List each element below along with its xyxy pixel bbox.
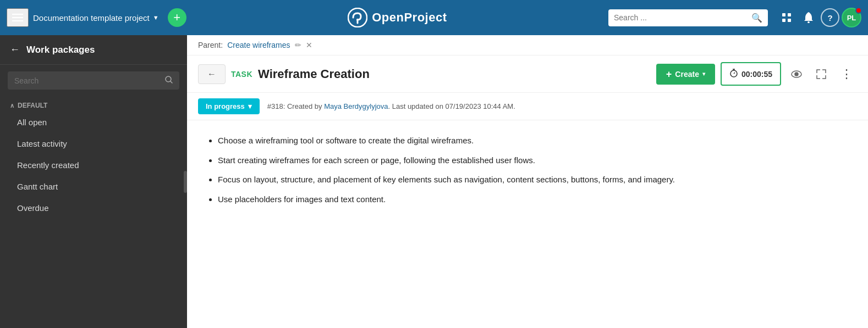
sidebar-section-chevron-icon: ∧ [10,102,14,109]
task-type-badge: TASK [231,70,252,79]
plus-icon: + [173,10,180,25]
task-title: Wireframe Creation [258,67,651,81]
svg-rect-2 [782,13,785,16]
status-bar: In progress ▾ #318: Created by Maya Berd… [187,93,868,120]
hamburger-menu-button[interactable] [7,8,29,27]
project-title-text: Documentation template project [33,13,150,23]
eye-icon [791,70,802,78]
sidebar-header: ← Work packages [0,35,187,65]
task-description-list: Choose a wireframing tool or software to… [205,134,850,206]
global-search-input[interactable] [614,13,748,22]
content-area: Parent: Create wireframes ✏ ✕ ← TASK Wir… [187,35,868,328]
main-layout: ← Work packages ∧ DEFAULT All open Lates… [0,35,868,328]
help-icon: ? [827,13,832,23]
status-info: #318: Created by Maya Berdygylyjova. Las… [267,102,515,110]
sidebar-search-box [8,71,179,90]
bullet-text-3: Focus on layout, structure, and placemen… [218,175,675,184]
content-body: Choose a wireframing tool or software to… [187,120,868,328]
watch-button[interactable] [787,66,806,82]
svg-point-1 [356,19,359,21]
create-button-label: Create [675,70,699,79]
bullet-text-2: Start creating wireframes for each scree… [218,155,535,165]
search-icon: 🔍 [751,13,762,23]
app-logo: OpenProject [191,8,604,27]
avatar-notification-badge [855,7,862,14]
svg-point-14 [795,73,798,76]
sidebar-item-overdue[interactable]: Overdue [0,197,187,219]
list-item: Choose a wireframing tool or software to… [218,134,850,148]
sidebar-title: Work packages [26,45,95,55]
sidebar-item-gantt-chart[interactable]: Gantt chart [0,176,187,197]
status-badge[interactable]: In progress ▾ [198,98,260,114]
content-toolbar: ← TASK Wireframe Creation + Create ▾ [187,55,868,93]
work-package-id: #318: Created by [267,102,324,110]
parent-bar: Parent: Create wireframes ✏ ✕ [187,35,868,55]
bell-icon [804,12,814,23]
sidebar-back-button[interactable]: ← [10,44,20,55]
create-dropdown-arrow-icon: ▾ [702,71,705,77]
help-button[interactable]: ? [821,8,839,27]
create-plus-icon: + [666,69,672,79]
more-icon: ⋮ [840,68,853,80]
expand-button[interactable] [812,65,831,84]
timer-button[interactable]: 00:00:55 [721,62,781,86]
global-search-box: 🔍 [608,9,768,26]
top-navigation: Documentation template project ▼ + OpenP… [0,0,868,35]
sidebar-resize-handle[interactable] [184,171,187,193]
sidebar-item-recently-created[interactable]: Recently created [0,154,187,176]
list-item: Use placeholders for images and text con… [218,192,850,207]
parent-close-icon[interactable]: ✕ [306,41,312,49]
svg-point-6 [807,21,810,23]
status-dropdown-arrow-icon: ▾ [248,102,252,110]
svg-point-0 [348,8,367,27]
list-item: Focus on layout, structure, and placemen… [218,173,850,187]
status-label: In progress [206,102,245,110]
svg-rect-4 [782,19,785,22]
sidebar: ← Work packages ∧ DEFAULT All open Lates… [0,35,187,328]
sidebar-search-input[interactable] [14,76,161,85]
timer-icon [729,69,738,79]
svg-rect-3 [788,13,791,16]
app-logo-text: OpenProject [372,10,447,25]
avatar-initials: PL [847,14,856,22]
project-title-button[interactable]: Documentation template project ▼ [33,13,159,23]
project-dropdown-arrow-icon: ▼ [153,14,159,21]
parent-label-text: Parent: [198,41,223,49]
creator-link[interactable]: Maya Berdygylyjova [324,102,388,110]
timer-value: 00:00:55 [741,70,772,79]
sidebar-item-all-open[interactable]: All open [0,112,187,133]
svg-line-12 [734,73,735,74]
svg-line-8 [171,81,172,83]
create-button[interactable]: + Create ▾ [656,64,715,85]
grid-menu-button[interactable] [777,8,796,27]
updated-info: . Last updated on 07/19/2023 10:44 AM. [388,102,515,110]
expand-icon [816,69,826,79]
notifications-button[interactable] [799,8,818,27]
parent-link[interactable]: Create wireframes [227,41,290,49]
back-arrow-icon: ← [10,44,20,55]
more-options-button[interactable]: ⋮ [836,64,857,85]
content-back-button[interactable]: ← [198,64,226,84]
user-avatar[interactable]: PL [842,8,861,27]
sidebar-item-latest-activity[interactable]: Latest activity [0,133,187,154]
nav-icon-group: ? PL [777,8,861,27]
svg-rect-5 [788,19,791,22]
bullet-text-1: Choose a wireframing tool or software to… [218,136,474,145]
list-item: Start creating wireframes for each scree… [218,153,850,168]
parent-edit-icon[interactable]: ✏ [295,41,301,49]
grid-icon [782,13,792,23]
sidebar-section-label: ∧ DEFAULT [0,96,187,112]
back-icon: ← [207,69,216,79]
bullet-text-4: Use placeholders for images and text con… [218,194,386,204]
sidebar-section-text: DEFAULT [18,102,47,109]
openproject-logo-icon [348,8,367,27]
sidebar-search-icon [165,76,173,85]
global-add-button[interactable]: + [168,8,186,27]
